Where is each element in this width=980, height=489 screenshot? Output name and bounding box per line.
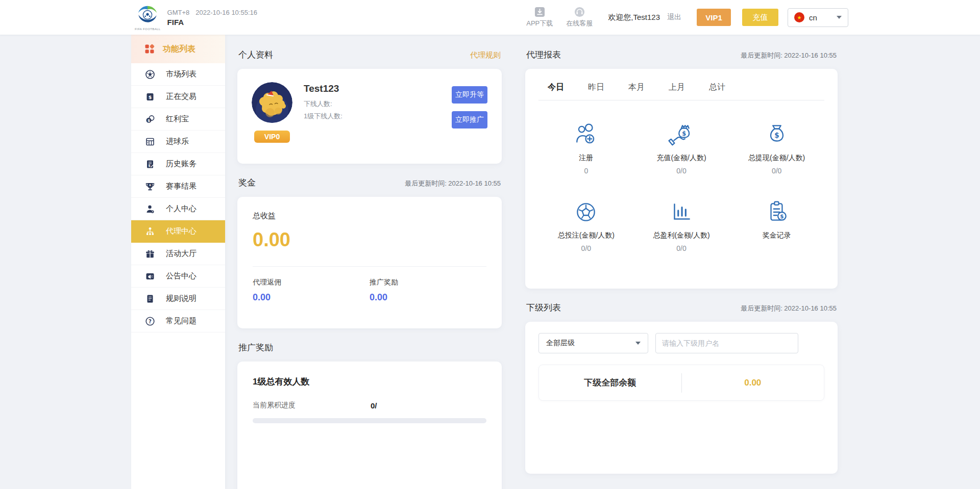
svg-text:$: $ — [780, 213, 783, 219]
agent-commission-value: 0.00 — [253, 292, 370, 303]
bonus-section-title: 奖金 — [238, 177, 256, 189]
language-select[interactable]: ★ cn — [788, 8, 848, 27]
sidebar-header-label: 功能列表 — [163, 44, 195, 55]
sidebar-item-bonus-treasure[interactable]: $ 红利宝 — [131, 108, 225, 131]
report-tabs: 今日 昨日 本月 上月 总计 — [538, 81, 824, 100]
upgrade-now-button[interactable]: 立即升等 — [452, 86, 487, 104]
chevron-down-icon — [635, 342, 641, 345]
sidebar-item-faq[interactable]: ? 常见问题 — [131, 310, 225, 332]
agent-rules-link[interactable]: 代理规则 — [470, 50, 501, 60]
total-earnings-value: 0.00 — [253, 229, 486, 251]
ledger-dollar-icon: $ — [145, 159, 155, 169]
welcome-text: 欢迎您,Test123 — [608, 13, 660, 22]
svg-text:$: $ — [148, 118, 150, 123]
subordinate-search-input[interactable] — [655, 333, 798, 353]
report-last-update: 最后更新时间: 2022-10-16 10:55 — [741, 51, 837, 60]
logout-link[interactable]: 退出 — [667, 13, 681, 22]
user-icon — [145, 204, 155, 214]
profile-section-title: 个人资料 — [238, 49, 273, 61]
progress-bar — [253, 418, 486, 423]
sidebar-item-label: 常见问题 — [166, 316, 197, 326]
coins-icon: $ — [145, 114, 155, 124]
datetime-label: 2022-10-16 10:55:16 — [195, 9, 257, 16]
megaphone-icon — [145, 271, 155, 281]
deposit-button[interactable]: 充值 — [742, 9, 778, 26]
brand-name: FIFA — [167, 18, 257, 27]
download-icon — [534, 7, 545, 17]
stat-bonus-record[interactable]: $ 奖金记录 — [729, 196, 824, 252]
logo-ball-icon — [136, 5, 159, 27]
subordinate-balance-value: 0.00 — [682, 378, 824, 388]
sidebar-item-label: 红利宝 — [166, 114, 189, 124]
sidebar-item-trading[interactable]: $ 正在交易 — [131, 86, 225, 108]
trophy-icon: ★ — [145, 182, 155, 192]
subordinates-section-title: 下级列表 — [526, 302, 561, 314]
svg-text:$: $ — [148, 164, 151, 168]
question-circle-icon: ? — [145, 316, 155, 326]
sidebar-item-rules[interactable]: 规则说明 — [131, 288, 225, 310]
tab-today[interactable]: 今日 — [548, 82, 564, 93]
tab-this-month[interactable]: 本月 — [628, 82, 645, 93]
level-select-value: 全部层级 — [546, 339, 575, 348]
app-download-button[interactable]: APP下载 — [526, 7, 553, 28]
tab-total[interactable]: 总计 — [709, 82, 725, 93]
avatar — [252, 82, 292, 123]
tab-yesterday[interactable]: 昨日 — [588, 82, 604, 93]
svg-text:★: ★ — [149, 183, 151, 186]
deposit-hand-icon: $ — [668, 122, 695, 147]
profit-chart-icon — [668, 199, 695, 225]
sidebar-item-goal-fun[interactable]: 进球乐 — [131, 131, 225, 153]
sidebar-item-market-list[interactable]: 市场列表 — [131, 63, 225, 86]
svg-text:$: $ — [682, 130, 686, 137]
promotion-section-title: 推广奖励 — [238, 342, 273, 353]
total-earnings-label: 总收益 — [253, 211, 486, 221]
sidebar-item-personal-center[interactable]: 个人中心 — [131, 198, 225, 220]
withdraw-bag-icon: $ — [763, 122, 791, 147]
trading-dollar-icon: $ — [145, 92, 155, 102]
online-service-button[interactable]: 在线客服 — [566, 7, 593, 28]
language-value: cn — [809, 13, 817, 22]
gift-icon — [145, 249, 155, 259]
server-time: GMT+8 2022-10-16 10:55:16 — [167, 9, 257, 16]
sidebar-item-activity-hall[interactable]: 活动大厅 — [131, 243, 225, 265]
chevron-down-icon — [837, 16, 842, 19]
stat-bets: 总投注(金额/人数) 0/0 — [538, 196, 634, 252]
level-select[interactable]: 全部层级 — [538, 333, 648, 353]
sidebar: 功能列表 市场列表 $ 正在交易 $ 红利宝 — [131, 35, 225, 489]
profile-card: VIP0 Test123 下线人数: 1级下线人数: 立即升等 立即推广 — [237, 69, 502, 164]
sidebar-item-history[interactable]: $ 历史账务 — [131, 153, 225, 175]
sidebar-item-label: 公告中心 — [166, 271, 197, 281]
bonus-record-icon: $ — [763, 199, 791, 225]
progress-label: 当前累积进度 — [253, 401, 371, 410]
bonus-card: 总收益 0.00 代理返佣 0.00 推广奖励 0.00 — [237, 197, 502, 328]
register-users-icon — [572, 122, 600, 147]
sidebar-item-announcements[interactable]: 公告中心 — [131, 265, 225, 288]
tab-last-month[interactable]: 上月 — [669, 82, 685, 93]
site-logo[interactable]: FIFA FOOTBALL — [135, 5, 161, 31]
stat-register: 注册 0 — [538, 119, 634, 175]
bonus-last-update: 最后更新时间: 2022-10-16 10:55 — [405, 179, 501, 188]
agent-commission-label: 代理返佣 — [253, 278, 370, 287]
sidebar-item-label: 活动大厅 — [166, 249, 197, 259]
promote-now-button[interactable]: 立即推广 — [452, 111, 487, 128]
downline-count-label: 下线人数: — [304, 99, 342, 109]
online-service-label: 在线客服 — [566, 19, 593, 28]
progress-value: 0/ — [371, 401, 377, 410]
sidebar-item-agent-center[interactable]: 代理中心 — [131, 220, 225, 243]
level1-valid-users-title: 1级总有效人数 — [253, 376, 486, 388]
sidebar-header: 功能列表 — [131, 35, 225, 63]
vip-level-button[interactable]: VIP1 — [697, 9, 731, 26]
downline-level1-label: 1级下线人数: — [304, 112, 342, 121]
timezone-label: GMT+8 — [167, 9, 190, 16]
rulebook-icon — [145, 294, 155, 304]
report-section-title: 代理报表 — [526, 49, 561, 61]
sidebar-item-label: 规则说明 — [166, 294, 197, 303]
agent-report-card: 今日 昨日 本月 上月 总计 — [525, 69, 838, 289]
sidebar-item-match-results[interactable]: ★ 赛事结果 — [131, 175, 225, 198]
stat-withdraw: $ 总提现(金额/人数) 0/0 — [729, 119, 824, 175]
subordinate-balance-label: 下级全部余额 — [539, 377, 681, 389]
stat-deposit: $ 充值(金额/人数) 0/0 — [634, 119, 729, 175]
promotion-card: 1级总有效人数 当前累积进度 0/ — [237, 362, 502, 489]
stat-profit: 总盈利(金额/人数) 0/0 — [634, 196, 729, 252]
app-download-label: APP下载 — [526, 19, 553, 28]
